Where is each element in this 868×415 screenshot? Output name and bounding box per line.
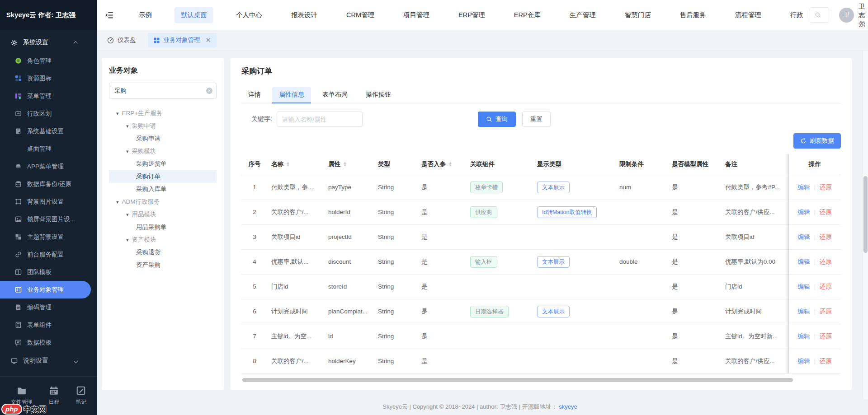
horizontal-scrollbar[interactable] <box>242 378 793 382</box>
tree-caret-icon[interactable]: ▾ <box>126 149 129 154</box>
edit-link[interactable]: 编辑 <box>797 333 810 340</box>
region-icon <box>15 110 23 117</box>
sidebar-item[interactable]: 数据模板 <box>0 334 97 351</box>
nav-item-2[interactable]: 默认桌面 <box>175 7 213 23</box>
worktab-business-object[interactable]: 业务对象管理 ✕ <box>148 33 217 47</box>
tree-node[interactable]: ▾用品模块 <box>109 208 217 221</box>
edit-link[interactable]: 编辑 <box>797 233 810 240</box>
edit-link[interactable]: 编辑 <box>797 283 810 290</box>
sidebar-section-collapsed[interactable]: 项目业务规划 <box>0 370 97 376</box>
tree-node[interactable]: 采购入库单 <box>109 183 217 196</box>
tree-node[interactable]: ▾资产模块 <box>109 233 217 246</box>
nav-item-9[interactable]: 生产管理 <box>563 7 602 23</box>
sidebar-item[interactable]: APP菜单管理 <box>0 158 97 175</box>
tree-caret-icon[interactable]: ▾ <box>126 123 129 129</box>
tree-node[interactable]: ▾ADM行政服务 <box>109 196 217 208</box>
tree-caret-icon[interactable]: ▾ <box>116 199 119 205</box>
tree-search-input[interactable] <box>109 83 217 99</box>
keyword-input[interactable] <box>277 112 363 127</box>
column-header[interactable]: 名称▲▼ <box>268 154 325 175</box>
dock-item-1[interactable]: 文件管理 <box>11 386 33 406</box>
close-icon[interactable]: ✕ <box>206 36 212 44</box>
dashboard-link[interactable]: 仪表盘 <box>107 36 136 44</box>
tree-node[interactable]: 资产采购 <box>109 259 217 271</box>
nav-item-11[interactable]: 售后服务 <box>674 7 712 23</box>
avatar[interactable]: 卫 <box>839 8 854 23</box>
restore-link[interactable]: 还原 <box>820 333 832 340</box>
edit-link[interactable]: 编辑 <box>797 308 810 315</box>
nav-item-5[interactable]: CRM管理 <box>340 7 381 23</box>
tab-4[interactable]: 操作按钮 <box>359 87 398 103</box>
tree-node[interactable]: 采购退货单 <box>109 158 217 170</box>
sidebar-item[interactable]: 行政区划 <box>0 105 97 122</box>
nav-item-4[interactable]: 报表设计 <box>285 7 324 23</box>
edit-link[interactable]: 编辑 <box>797 184 810 191</box>
column-header-label: 备注 <box>725 160 737 168</box>
sidebar-item[interactable]: 主题背景设置 <box>0 228 97 246</box>
sidebar-item[interactable]: 锁屏背景图片设... <box>0 210 97 228</box>
dock-item-2[interactable]: 日程 <box>48 386 59 406</box>
tab-3[interactable]: 表单布局 <box>316 87 354 103</box>
sidebar-item[interactable]: 资源图标 <box>0 70 97 87</box>
nav-item-1[interactable]: 示例 <box>132 7 158 23</box>
restore-link[interactable]: 还原 <box>820 258 832 265</box>
dock-item-3[interactable]: 笔记 <box>75 386 86 406</box>
restore-link[interactable]: 还原 <box>820 358 832 364</box>
sidebar-item[interactable]: 角色管理 <box>0 52 97 70</box>
query-button[interactable]: 查询 <box>478 112 516 127</box>
tree-node[interactable]: 用品采购单 <box>109 221 217 233</box>
nav-item-10[interactable]: 智慧门店 <box>618 7 657 23</box>
app-root: Skyeye云 作者: 卫志强 系统设置 角色管理资源图标菜单管理行政区划系统基… <box>0 0 868 415</box>
sidebar-item[interactable]: 团队模板 <box>0 263 97 281</box>
tree-node[interactable]: 采购申请 <box>109 132 217 145</box>
tab-2[interactable]: 属性信息 <box>272 87 311 103</box>
restore-link[interactable]: 还原 <box>820 283 832 290</box>
sidebar-item[interactable]: W编码管理 <box>0 298 97 316</box>
footer-link[interactable]: skyeye <box>559 403 577 410</box>
column-header[interactable]: 是否入参▲▼ <box>418 154 467 175</box>
reset-button[interactable]: 重置 <box>522 112 551 127</box>
tree-node[interactable]: ▾采购模块 <box>109 145 217 158</box>
sort-icon[interactable]: ▲▼ <box>448 162 452 167</box>
cell-text: 优惠率,默认... <box>271 258 309 265</box>
tree-node[interactable]: ▾ERP+生产服务 <box>109 107 217 120</box>
nav-item-12[interactable]: 流程管理 <box>729 7 768 23</box>
sidebar-item[interactable]: 菜单管理 <box>0 87 97 105</box>
clear-icon[interactable]: ✕ <box>206 88 212 94</box>
vertical-scrollbar-thumb[interactable] <box>863 176 868 253</box>
tree-node[interactable]: 采购订单 <box>109 170 217 183</box>
nav-item-13[interactable]: 行政 <box>784 7 810 23</box>
restore-link[interactable]: 还原 <box>820 184 832 191</box>
tree-node[interactable]: 采购退货 <box>109 246 217 259</box>
nav-item-6[interactable]: 项目管理 <box>397 7 436 23</box>
nav-item-7[interactable]: ERP管理 <box>452 7 491 23</box>
column-header[interactable]: 属性▲▼ <box>325 154 374 175</box>
sidebar-section-collapsed[interactable]: 说明设置 <box>0 351 97 370</box>
restore-link[interactable]: 还原 <box>820 209 832 215</box>
tree-caret-icon[interactable]: ▾ <box>126 237 129 243</box>
sidebar-item[interactable]: 背景图片设置 <box>0 193 97 210</box>
edit-link[interactable]: 编辑 <box>797 358 810 364</box>
edit-link[interactable]: 编辑 <box>797 209 810 215</box>
edit-link[interactable]: 编辑 <box>797 258 810 265</box>
sidebar-item[interactable]: 系统基础设置 <box>0 122 97 140</box>
sidebar-item[interactable]: 前台服务配置 <box>0 246 97 263</box>
restore-link[interactable]: 还原 <box>820 233 832 240</box>
sidebar-item[interactable]: 表单组件 <box>0 316 97 334</box>
sort-icon[interactable]: ▲▼ <box>343 162 347 167</box>
nav-item-3[interactable]: 个人中心 <box>230 7 269 23</box>
sidebar-item[interactable]: 业务对象管理 <box>0 281 91 298</box>
restore-link[interactable]: 还原 <box>820 308 832 315</box>
sidebar-item[interactable]: 桌面管理 <box>0 140 97 158</box>
sidebar-section-system-settings[interactable]: 系统设置 <box>0 33 97 52</box>
tab-1[interactable]: 详情 <box>241 87 268 103</box>
tree-caret-icon[interactable]: ▾ <box>116 111 119 117</box>
sidebar-item[interactable]: 数据库备份/还原 <box>0 175 97 193</box>
nav-item-8[interactable]: ERP仓库 <box>508 7 547 23</box>
tree-node[interactable]: ▾采购申请 <box>109 120 217 132</box>
tree-caret-icon[interactable]: ▾ <box>126 212 129 218</box>
sort-icon[interactable]: ▲▼ <box>286 162 290 167</box>
refresh-data-button[interactable]: 刷新数据 <box>793 133 841 149</box>
collapse-menu-icon[interactable] <box>105 11 113 19</box>
user-name[interactable]: 卫志强 <box>859 2 865 28</box>
